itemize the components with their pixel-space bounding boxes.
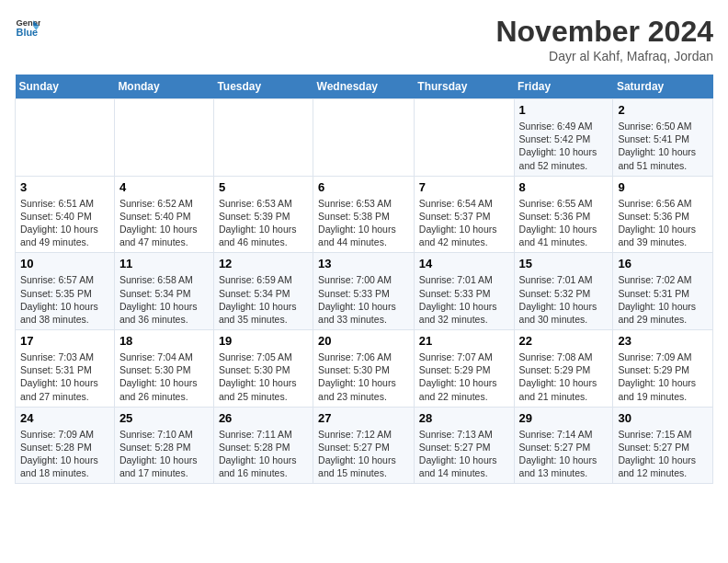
weekday-header-sunday: Sunday — [16, 75, 115, 99]
day-number: 12 — [219, 257, 308, 270]
day-cell: 30Sunrise: 7:15 AM Sunset: 5:27 PM Dayli… — [613, 407, 713, 484]
day-info: Sunrise: 7:09 AM Sunset: 5:28 PM Dayligh… — [20, 428, 109, 480]
day-info: Sunrise: 6:55 AM Sunset: 5:36 PM Dayligh… — [519, 197, 609, 249]
day-cell: 4Sunrise: 6:52 AM Sunset: 5:40 PM Daylig… — [114, 176, 213, 253]
day-number: 7 — [419, 180, 509, 194]
day-cell: 14Sunrise: 7:01 AM Sunset: 5:33 PM Dayli… — [414, 253, 514, 330]
day-number: 25 — [119, 411, 209, 425]
day-info: Sunrise: 7:06 AM Sunset: 5:30 PM Dayligh… — [318, 350, 409, 403]
location: Dayr al Kahf, Mafraq, Jordan — [495, 49, 713, 63]
day-cell: 15Sunrise: 7:01 AM Sunset: 5:32 PM Dayli… — [514, 253, 613, 330]
day-cell: 29Sunrise: 7:14 AM Sunset: 5:27 PM Dayli… — [514, 407, 613, 484]
day-number: 2 — [618, 103, 708, 117]
day-number: 15 — [519, 257, 609, 270]
day-info: Sunrise: 7:01 AM Sunset: 5:33 PM Dayligh… — [419, 273, 509, 326]
weekday-header-friday: Friday — [514, 75, 613, 99]
day-cell: 26Sunrise: 7:11 AM Sunset: 5:28 PM Dayli… — [213, 407, 313, 484]
day-info: Sunrise: 7:09 AM Sunset: 5:29 PM Dayligh… — [618, 350, 708, 403]
month-title: November 2024 — [495, 15, 713, 49]
day-cell — [16, 99, 115, 177]
day-cell: 1Sunrise: 6:49 AM Sunset: 5:42 PM Daylig… — [514, 99, 613, 177]
day-number: 23 — [618, 334, 708, 348]
day-number: 28 — [419, 411, 509, 425]
day-cell: 6Sunrise: 6:53 AM Sunset: 5:38 PM Daylig… — [313, 176, 415, 253]
day-info: Sunrise: 6:49 AM Sunset: 5:42 PM Dayligh… — [519, 120, 609, 172]
day-number: 17 — [20, 334, 109, 348]
weekday-header-wednesday: Wednesday — [313, 75, 415, 99]
day-info: Sunrise: 6:52 AM Sunset: 5:40 PM Dayligh… — [119, 197, 209, 249]
day-number: 8 — [519, 180, 609, 194]
day-cell: 8Sunrise: 6:55 AM Sunset: 5:36 PM Daylig… — [514, 176, 613, 253]
day-cell: 2Sunrise: 6:50 AM Sunset: 5:41 PM Daylig… — [613, 99, 713, 177]
day-info: Sunrise: 6:59 AM Sunset: 5:34 PM Dayligh… — [219, 273, 308, 326]
day-info: Sunrise: 7:02 AM Sunset: 5:31 PM Dayligh… — [618, 273, 708, 326]
day-info: Sunrise: 7:04 AM Sunset: 5:30 PM Dayligh… — [119, 350, 209, 403]
day-cell: 24Sunrise: 7:09 AM Sunset: 5:28 PM Dayli… — [16, 407, 115, 484]
day-cell: 27Sunrise: 7:12 AM Sunset: 5:27 PM Dayli… — [313, 407, 415, 484]
day-cell: 10Sunrise: 6:57 AM Sunset: 5:35 PM Dayli… — [16, 253, 115, 330]
day-cell: 17Sunrise: 7:03 AM Sunset: 5:31 PM Dayli… — [16, 330, 115, 408]
day-cell — [313, 99, 415, 177]
day-cell: 9Sunrise: 6:56 AM Sunset: 5:36 PM Daylig… — [613, 176, 713, 253]
day-cell: 7Sunrise: 6:54 AM Sunset: 5:37 PM Daylig… — [414, 176, 514, 253]
day-cell: 13Sunrise: 7:00 AM Sunset: 5:33 PM Dayli… — [313, 253, 415, 330]
day-cell: 3Sunrise: 6:51 AM Sunset: 5:40 PM Daylig… — [16, 176, 115, 253]
day-number: 14 — [419, 257, 509, 270]
day-info: Sunrise: 7:10 AM Sunset: 5:28 PM Dayligh… — [119, 428, 209, 480]
weekday-header-thursday: Thursday — [414, 75, 514, 99]
day-cell: 12Sunrise: 6:59 AM Sunset: 5:34 PM Dayli… — [213, 253, 313, 330]
day-info: Sunrise: 7:08 AM Sunset: 5:29 PM Dayligh… — [519, 350, 609, 403]
day-number: 13 — [318, 257, 409, 270]
day-info: Sunrise: 7:11 AM Sunset: 5:28 PM Dayligh… — [219, 428, 308, 480]
day-cell: 20Sunrise: 7:06 AM Sunset: 5:30 PM Dayli… — [313, 330, 415, 408]
day-number: 5 — [219, 180, 308, 194]
weekday-header-row: SundayMondayTuesdayWednesdayThursdayFrid… — [16, 75, 713, 99]
day-info: Sunrise: 7:00 AM Sunset: 5:33 PM Dayligh… — [318, 273, 409, 326]
day-info: Sunrise: 6:58 AM Sunset: 5:34 PM Dayligh… — [119, 273, 209, 326]
day-number: 11 — [119, 257, 209, 270]
page-header: General Blue November 2024 Dayr al Kahf,… — [15, 15, 713, 63]
day-number: 19 — [219, 334, 308, 348]
day-info: Sunrise: 7:13 AM Sunset: 5:27 PM Dayligh… — [419, 428, 509, 480]
day-cell: 22Sunrise: 7:08 AM Sunset: 5:29 PM Dayli… — [514, 330, 613, 408]
day-cell: 19Sunrise: 7:05 AM Sunset: 5:30 PM Dayli… — [213, 330, 313, 408]
day-cell: 25Sunrise: 7:10 AM Sunset: 5:28 PM Dayli… — [114, 407, 213, 484]
day-number: 30 — [618, 411, 708, 425]
day-number: 29 — [519, 411, 609, 425]
day-info: Sunrise: 6:57 AM Sunset: 5:35 PM Dayligh… — [20, 273, 109, 326]
day-number: 21 — [419, 334, 509, 348]
svg-text:Blue: Blue — [17, 27, 39, 38]
day-number: 16 — [618, 257, 708, 270]
day-number: 26 — [219, 411, 308, 425]
day-number: 6 — [318, 180, 409, 194]
weekday-header-monday: Monday — [114, 75, 213, 99]
day-cell: 16Sunrise: 7:02 AM Sunset: 5:31 PM Dayli… — [613, 253, 713, 330]
logo: General Blue — [15, 15, 40, 40]
day-info: Sunrise: 7:03 AM Sunset: 5:31 PM Dayligh… — [20, 350, 109, 403]
calendar-table: SundayMondayTuesdayWednesdayThursdayFrid… — [15, 75, 713, 484]
day-info: Sunrise: 6:50 AM Sunset: 5:41 PM Dayligh… — [618, 120, 708, 172]
day-number: 20 — [318, 334, 409, 348]
week-row-4: 17Sunrise: 7:03 AM Sunset: 5:31 PM Dayli… — [16, 330, 713, 408]
day-number: 10 — [20, 257, 109, 270]
day-cell — [414, 99, 514, 177]
day-info: Sunrise: 7:07 AM Sunset: 5:29 PM Dayligh… — [419, 350, 509, 403]
day-info: Sunrise: 6:51 AM Sunset: 5:40 PM Dayligh… — [20, 197, 109, 249]
day-info: Sunrise: 6:53 AM Sunset: 5:38 PM Dayligh… — [318, 197, 409, 249]
day-cell — [213, 99, 313, 177]
day-info: Sunrise: 6:53 AM Sunset: 5:39 PM Dayligh… — [219, 197, 308, 249]
week-row-1: 1Sunrise: 6:49 AM Sunset: 5:42 PM Daylig… — [16, 99, 713, 177]
day-number: 27 — [318, 411, 409, 425]
day-number: 3 — [20, 180, 109, 194]
week-row-3: 10Sunrise: 6:57 AM Sunset: 5:35 PM Dayli… — [16, 253, 713, 330]
day-info: Sunrise: 7:15 AM Sunset: 5:27 PM Dayligh… — [618, 428, 708, 480]
weekday-header-tuesday: Tuesday — [213, 75, 313, 99]
day-cell: 23Sunrise: 7:09 AM Sunset: 5:29 PM Dayli… — [613, 330, 713, 408]
day-info: Sunrise: 7:14 AM Sunset: 5:27 PM Dayligh… — [519, 428, 609, 480]
day-number: 1 — [519, 103, 609, 117]
logo-icon: General Blue — [15, 15, 40, 40]
day-info: Sunrise: 7:01 AM Sunset: 5:32 PM Dayligh… — [519, 273, 609, 326]
day-cell: 11Sunrise: 6:58 AM Sunset: 5:34 PM Dayli… — [114, 253, 213, 330]
day-cell — [114, 99, 213, 177]
day-info: Sunrise: 6:56 AM Sunset: 5:36 PM Dayligh… — [618, 197, 708, 249]
